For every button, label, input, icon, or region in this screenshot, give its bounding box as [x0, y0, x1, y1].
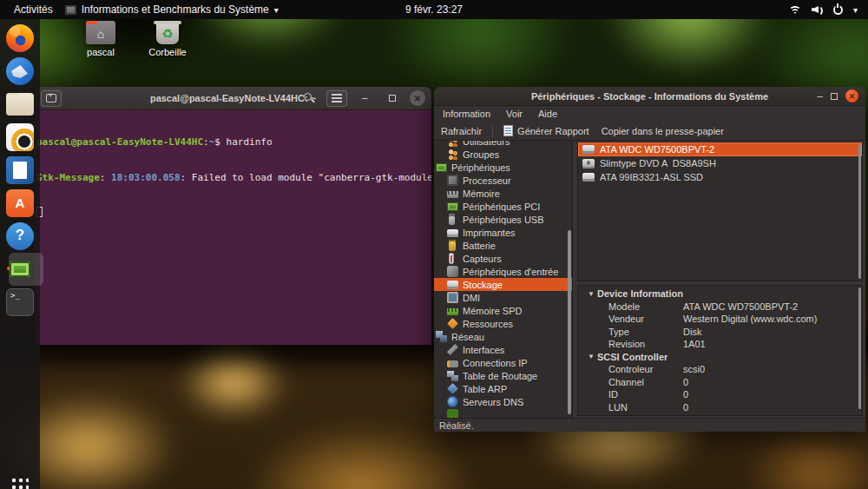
menu-voir[interactable]: Voir: [506, 109, 523, 119]
terminal-output[interactable]: pascal@pascal-EasyNote-LV44HC:~$ hardinf…: [35, 110, 431, 345]
tree-item-imprimantes[interactable]: Imprimantes: [434, 226, 572, 239]
menu-button[interactable]: [326, 90, 347, 107]
thermometer-icon: [449, 253, 454, 264]
detail-row[interactable]: LUN0: [578, 401, 862, 414]
maximize-button[interactable]: [831, 93, 838, 100]
tree-item-groupes[interactable]: Groupes: [434, 148, 572, 161]
tree-item-interfaces[interactable]: Interfaces: [434, 343, 572, 356]
blue-diamond-icon: [447, 383, 458, 394]
new-tab-icon: [46, 94, 56, 102]
new-tab-button[interactable]: [41, 90, 62, 107]
menu-information[interactable]: Information: [443, 109, 490, 119]
search-icon: [304, 93, 314, 103]
desktop-icon-pascal[interactable]: ⌂ pascal: [73, 21, 128, 57]
dock-item-firefox[interactable]: [6, 24, 34, 52]
tree-item-stockage[interactable]: Stockage: [434, 278, 572, 291]
tree-item-utilisateurs[interactable]: Utilisateurs: [434, 141, 572, 148]
dock-item-help[interactable]: ?: [6, 222, 34, 250]
detail-row[interactable]: ID0: [578, 388, 862, 401]
detail-row[interactable]: VendeurWestern Digital (www.wdc.com): [578, 313, 862, 326]
device-list[interactable]: ATA WDC WD7500BPVT-2 Slimtype DVD A DS8A…: [577, 142, 863, 281]
search-button[interactable]: [299, 90, 319, 107]
dock-item-thunderbird[interactable]: [6, 57, 34, 85]
tree-item-memoire[interactable]: Mémoire: [434, 187, 572, 200]
tree-item-batterie[interactable]: Batterie: [434, 239, 572, 252]
tree-item-peripheriques[interactable]: Périphériques: [434, 161, 572, 174]
details-scrollbar[interactable]: [858, 287, 861, 409]
hdd-icon: [582, 173, 595, 182]
system-status-area[interactable]: ▾: [789, 4, 868, 15]
power-icon: [833, 5, 843, 15]
cable-icon: [447, 344, 458, 355]
tree-item-partial[interactable]: [434, 408, 572, 418]
dock-item-hardinfo[interactable]: [6, 255, 34, 283]
section-header[interactable]: ▼Device Information: [578, 287, 862, 301]
section-header[interactable]: ▼SCSI Controller: [578, 351, 862, 364]
device-row[interactable]: ATA 99IB3321-ASL SSD: [578, 170, 862, 184]
clock[interactable]: 9 févr. 23:27: [0, 3, 868, 16]
toolbar: Rafraichir Générer Rapport Copier dans l…: [434, 122, 865, 141]
device-list-scrollbar[interactable]: [858, 144, 861, 279]
device-details[interactable]: ▼Device Information ModeleATA WDC WD7500…: [577, 285, 863, 416]
detail-row[interactable]: TypeDisk: [578, 326, 862, 339]
tree-item-spd[interactable]: Mémoire SPD: [434, 304, 572, 317]
detail-row[interactable]: Controleurscsi0: [578, 363, 862, 376]
show-applications-button[interactable]: [6, 472, 34, 489]
tree-item-dns[interactable]: Serveurs DNS: [434, 395, 572, 408]
sidebar-scrollbar[interactable]: [568, 230, 571, 414]
tree-item-pci[interactable]: Périphériques PCI: [434, 200, 572, 213]
terminal-titlebar[interactable]: pascal@pascal-EasyNote-LV44HC: ~ – ✕: [35, 87, 431, 110]
detail-row[interactable]: Channel0: [578, 376, 862, 389]
minimize-icon: –: [362, 94, 368, 102]
menu-aide[interactable]: Aide: [538, 109, 557, 119]
close-button[interactable]: ✕: [845, 89, 858, 102]
device-row[interactable]: Slimtype DVD A DS8A9SH: [578, 156, 862, 170]
desktop: Activités Informations et Benchmarks du …: [0, 0, 868, 489]
home-glyph: ⌂: [86, 21, 115, 44]
report-icon: [503, 125, 513, 136]
desktop-icon-label: Corbeille: [140, 47, 195, 57]
tree-item-usb[interactable]: Périphériques USB: [434, 213, 572, 226]
dock-item-terminal[interactable]: >_: [6, 288, 34, 316]
tree-item-reseau[interactable]: Réseau: [434, 330, 572, 343]
generate-report-button[interactable]: Générer Rapport: [503, 125, 589, 136]
maximize-button[interactable]: [382, 90, 403, 107]
tree-item-dmi[interactable]: DMI: [434, 291, 572, 304]
menu-bar: Information Voir Aide: [434, 106, 865, 122]
dock-item-writer[interactable]: [6, 156, 34, 184]
top-bar: Activités Informations et Benchmarks du …: [0, 0, 868, 19]
tree-item-routage[interactable]: Table de Routage: [434, 369, 572, 382]
expander-icon[interactable]: ▼: [585, 353, 597, 360]
close-button[interactable]: ✕: [410, 90, 425, 106]
device-row[interactable]: ATA WDC WD7500BPVT-2: [578, 142, 862, 156]
tree-item-capteurs[interactable]: Capteurs: [434, 252, 572, 265]
terminal-line: Gtk-Message: 18:03:00.058: Failed to loa…: [36, 172, 431, 184]
detail-row[interactable]: Revision1A01: [578, 338, 862, 351]
tree-item-arp[interactable]: Table ARP: [434, 382, 572, 395]
tree-item-connections-ip[interactable]: Connections IP: [434, 356, 572, 369]
category-tree[interactable]: Utilisateurs Groupes Périphériques Proce…: [434, 141, 573, 418]
toolbar-separator: [492, 125, 493, 137]
desktop-icon-trash[interactable]: ♻ Corbeille: [140, 21, 195, 57]
dock-item-files[interactable]: [6, 90, 34, 118]
dock-item-software[interactable]: A: [6, 189, 34, 217]
close-icon: ✕: [849, 92, 856, 101]
dock: A ? >_: [0, 19, 40, 489]
detail-row[interactable]: ModeleATA WDC WD7500BPVT-2: [578, 301, 862, 314]
minimize-button[interactable]: –: [817, 93, 823, 100]
dock-item-rhythmbox[interactable]: [6, 123, 34, 151]
window-title: Périphériques - Stockage - Informations …: [434, 91, 865, 102]
expander-icon[interactable]: ▼: [585, 290, 597, 298]
minimize-button[interactable]: –: [354, 90, 375, 107]
hardinfo-titlebar[interactable]: Périphériques - Stockage - Informations …: [434, 87, 865, 106]
tree-item-processeur[interactable]: Processeur: [434, 174, 572, 187]
tree-item-entree[interactable]: Périphériques d'entrée: [434, 265, 572, 278]
refresh-button[interactable]: Rafraichir: [441, 126, 482, 136]
usb-icon: [449, 214, 455, 225]
tree-item-ressources[interactable]: Ressources: [434, 317, 572, 330]
printer-icon: [447, 229, 458, 237]
plug-icon: [447, 360, 458, 367]
volume-icon: [812, 4, 823, 15]
copy-clipboard-button[interactable]: Copier dans le presse-papier: [602, 126, 724, 136]
hardinfo-window: Périphériques - Stockage - Informations …: [434, 87, 865, 432]
